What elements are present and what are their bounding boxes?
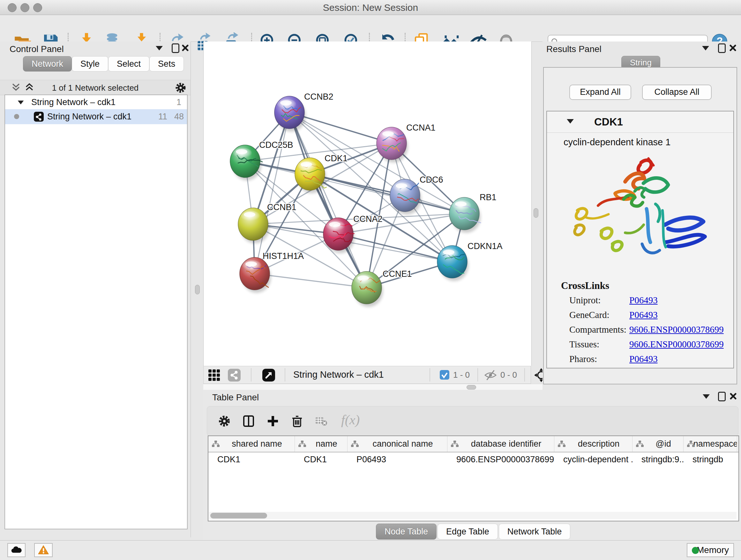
delete-column-icon[interactable] bbox=[291, 415, 304, 428]
node-label: CCNA2 bbox=[353, 214, 383, 224]
tab-network-table[interactable]: Network Table bbox=[499, 523, 570, 540]
control-panel-float-icon[interactable] bbox=[172, 44, 179, 53]
results-panel-float-icon[interactable] bbox=[718, 44, 726, 53]
open-in-window-icon[interactable] bbox=[262, 369, 275, 381]
node-hist1h1a[interactable] bbox=[240, 257, 270, 290]
table-cell: cyclin-dependent ... bbox=[554, 452, 632, 466]
node-label: HIST1H1A bbox=[263, 251, 304, 261]
column-header-label: description bbox=[578, 439, 620, 449]
tab-style[interactable]: Style bbox=[72, 56, 108, 71]
table-cell: 9606.ENSP00000378699 bbox=[448, 452, 554, 466]
tab-network[interactable]: Network bbox=[23, 56, 72, 71]
crosslink-row: Pharos:P06493 bbox=[569, 354, 729, 368]
column-header-namespace[interactable]: namespace bbox=[684, 436, 737, 452]
node-ccna1[interactable] bbox=[377, 127, 407, 160]
tab-edge-table[interactable]: Edge Table bbox=[437, 523, 498, 540]
column-header-shared-name[interactable]: shared name bbox=[208, 436, 295, 452]
crosslink-label: GeneCard: bbox=[569, 310, 629, 320]
crosslink-value-link[interactable]: P06493 bbox=[629, 310, 658, 320]
expand-all-button[interactable]: Expand All bbox=[569, 84, 631, 100]
delete-table-icon-disabled bbox=[315, 415, 327, 428]
crosslink-value-link[interactable]: P06493 bbox=[629, 354, 658, 364]
network-row-selected[interactable]: String Network – cdk1 11 48 bbox=[5, 109, 187, 124]
crosslink-row: Tissues:9606.ENSP00000378699 bbox=[569, 339, 729, 354]
add-column-icon[interactable] bbox=[266, 415, 279, 428]
node-ccne1[interactable] bbox=[352, 271, 382, 304]
crosslink-value-link[interactable]: 9606.ENSP00000378699 bbox=[629, 339, 724, 349]
column-header-label: shared name bbox=[232, 439, 282, 449]
warning-icon[interactable] bbox=[34, 543, 53, 557]
node-cdc6[interactable] bbox=[390, 179, 420, 212]
control-panel-menu-icon[interactable] bbox=[156, 46, 163, 51]
table-panel: Table Panel f(x) shared namenamecanonica… bbox=[203, 390, 741, 540]
bottom-splitter-handle[interactable] bbox=[467, 385, 476, 389]
collection-expand-icon[interactable] bbox=[18, 101, 24, 105]
tab-node-table[interactable]: Node Table bbox=[376, 523, 436, 540]
cloud-icon[interactable] bbox=[7, 543, 25, 557]
node-label: RB1 bbox=[480, 192, 496, 202]
control-panel-close-icon[interactable] bbox=[181, 44, 189, 51]
network-node-count: 11 bbox=[158, 109, 167, 124]
column-header-label: database identifier bbox=[471, 439, 542, 449]
results-panel-menu-icon[interactable] bbox=[702, 46, 709, 51]
selected-checkbox-icon[interactable] bbox=[440, 370, 449, 380]
strip-divider bbox=[524, 368, 525, 381]
node-cdkn1a[interactable] bbox=[437, 246, 467, 278]
strip-divider bbox=[429, 368, 430, 381]
network-status-dot bbox=[14, 114, 19, 119]
status-bar: Memory bbox=[0, 540, 741, 560]
node-label: CCNE1 bbox=[383, 269, 412, 279]
column-header-database-identifier[interactable]: database identifier bbox=[448, 436, 554, 452]
right-splitter-handle[interactable] bbox=[534, 208, 538, 218]
selection-status: 1 of 1 Network selected bbox=[0, 83, 191, 93]
node-label: CDC6 bbox=[420, 175, 443, 185]
column-header-label: canonical name bbox=[373, 439, 433, 449]
memory-button[interactable]: Memory bbox=[687, 543, 734, 557]
network-collection-row[interactable]: String Network – cdk1 1 bbox=[5, 95, 187, 109]
memory-label: Memory bbox=[697, 545, 729, 555]
cdk1-description: cyclin-dependent kinase 1 bbox=[563, 137, 670, 147]
crosslink-value-link[interactable]: P06493 bbox=[629, 295, 658, 305]
table-row[interactable]: CDK1CDK1P064939606.ENSP00000378699cyclin… bbox=[208, 452, 738, 466]
collapse-all-button[interactable]: Collapse All bbox=[642, 84, 712, 100]
hidden-counts: 0 - 0 bbox=[500, 370, 517, 380]
table-gear-icon[interactable] bbox=[218, 415, 231, 428]
table-panel-menu-icon[interactable] bbox=[703, 394, 710, 399]
table-cell: P06493 bbox=[347, 452, 448, 466]
column-header-canonical-name[interactable]: canonical name bbox=[347, 436, 448, 452]
main-toolbar: ? bbox=[0, 15, 741, 42]
application-window: Session: New Session bbox=[0, 0, 741, 560]
edge[interactable] bbox=[255, 112, 289, 273]
table-panel-close-icon[interactable] bbox=[729, 392, 737, 400]
cdk1-card-header[interactable]: CDK1 bbox=[547, 111, 733, 133]
scrollbar-thumb[interactable] bbox=[210, 513, 267, 518]
network-label: String Network – cdk1 bbox=[47, 109, 131, 124]
left-splitter-handle[interactable] bbox=[195, 285, 200, 294]
node-ccnb2[interactable] bbox=[274, 96, 305, 129]
crosslink-value-link[interactable]: 9606.ENSP00000378699 bbox=[629, 324, 724, 334]
results-panel-close-icon[interactable] bbox=[729, 44, 737, 51]
tab-select[interactable]: Select bbox=[108, 56, 149, 71]
table-cell: stringdb:9... bbox=[632, 452, 684, 466]
gear-icon[interactable] bbox=[175, 82, 186, 94]
table-panel-float-icon[interactable] bbox=[718, 392, 726, 401]
network-view-toolbar: String Network – cdk1 1 - 0 0 - 0 bbox=[203, 366, 531, 384]
crosslink-row: Uniprot:P06493 bbox=[569, 295, 729, 310]
edge[interactable] bbox=[255, 273, 367, 288]
cdk1-collapse-icon[interactable] bbox=[567, 119, 574, 124]
control-panel-title: Control Panel bbox=[10, 44, 64, 54]
edge[interactable] bbox=[289, 112, 367, 288]
node-cdk1[interactable] bbox=[295, 158, 327, 190]
show-columns-icon[interactable] bbox=[242, 415, 255, 428]
table-horizontal-scrollbar[interactable] bbox=[209, 512, 737, 519]
strip-divider bbox=[285, 368, 285, 381]
column-header-@id[interactable]: @id bbox=[632, 436, 684, 452]
node-ccnb1[interactable] bbox=[238, 208, 268, 240]
birdseye-grid-icon[interactable] bbox=[208, 369, 220, 381]
node-table: shared namenamecanonical namedatabase id… bbox=[208, 435, 739, 521]
share-view-icon[interactable] bbox=[228, 369, 241, 381]
column-header-name[interactable]: name bbox=[295, 436, 347, 452]
tab-sets[interactable]: Sets bbox=[149, 56, 184, 71]
network-canvas[interactable]: CCNB2CCNA1CDC25BCDK1CDC6RB1CCNB1CCNA2CDK… bbox=[203, 42, 532, 366]
column-header-description[interactable]: description bbox=[554, 436, 632, 452]
